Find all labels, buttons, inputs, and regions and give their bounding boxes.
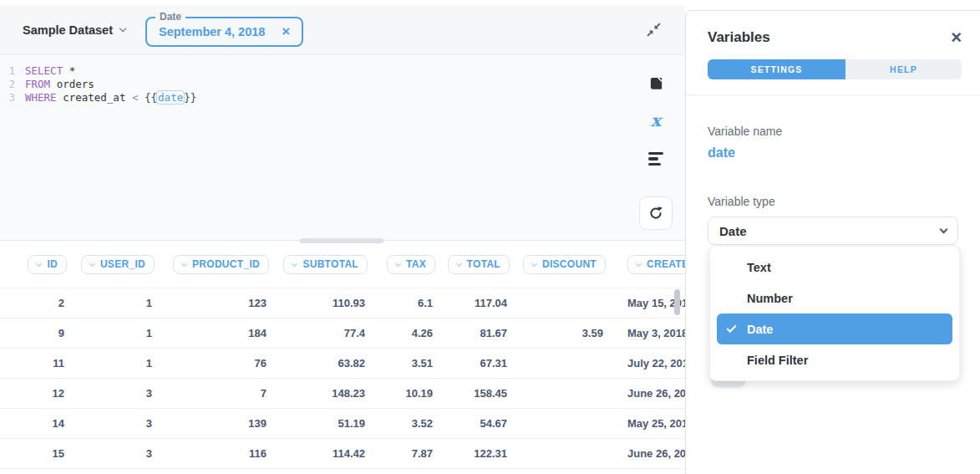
dataset-picker[interactable]: Sample Dataset [23,23,125,37]
table-cell [518,438,614,468]
table-cell: 3.52 [376,408,444,438]
menu-item-number[interactable]: Number [710,283,959,313]
column-header-tax[interactable]: TAX [387,255,435,274]
variables-sidebar: Variables × SETTINGS HELP Variable name … [685,10,980,474]
table-cell: 117.04 [444,288,518,318]
column-label: PRODUCT_ID [192,258,260,270]
table-cell: 51.19 [277,408,376,438]
book-icon [648,76,664,92]
table-cell: 184 [163,318,277,348]
table-cell [518,408,614,438]
column-header-id[interactable]: ID [28,255,67,274]
chevron-down-icon [531,261,537,267]
snippets-button[interactable] [639,142,673,176]
column-label: TAX [406,258,426,270]
table-cell: 110.93 [277,288,376,318]
table-cell: 6.1 [376,288,444,318]
table-cell: June 26, 2018 [614,438,685,468]
clear-date-icon[interactable]: × [282,24,290,38]
column-header-product_id[interactable]: PRODUCT_ID [173,255,269,274]
code-line: SELECT * [25,64,196,78]
table-cell: 9 [0,318,75,348]
column-header-discount[interactable]: DISCOUNT [523,255,606,274]
table-cell: 14 [0,408,75,438]
vertical-scrollbar[interactable] [674,289,680,315]
table-cell: 2 [0,288,75,318]
table-cell: 3 [75,408,163,438]
sql-editor[interactable]: 1 2 3 SELECT * FROM orders WHERE created… [0,56,685,241]
editor-topbar: Sample Dataset Date September 4, 2018 × [0,5,685,55]
tab-settings[interactable]: SETTINGS [708,59,845,79]
table-cell: May 3, 2018 [614,318,685,348]
data-reference-button[interactable] [639,67,673,100]
collapse-icon [646,22,662,38]
sidebar-body: Variable name date Variable type Date [686,125,980,245]
results-table: IDUSER_IDPRODUCT_IDSUBTOTALTAXTOTALDISCO… [0,242,685,469]
table-cell: 148.23 [277,378,376,408]
table-cell: 77.4 [277,318,376,348]
line-number: 3 [3,91,15,104]
table-row: 153116114.427.87122.31June 26, 2018 [0,438,685,468]
date-filter-widget[interactable]: Date September 4, 2018 × [145,17,303,47]
editor-resize-handle[interactable] [300,238,383,243]
table-cell: 12 [0,378,75,408]
close-icon[interactable]: × [951,28,962,47]
results-body: 21123110.936.1117.04May 15, 20189118477.… [0,288,685,468]
date-widget-value[interactable]: September 4, 2018 [159,25,265,38]
table-cell: 158.45 [444,378,518,408]
run-query-button[interactable] [639,196,673,230]
sql-code[interactable]: SELECT * FROM orders WHERE created_at < … [25,64,196,104]
collapse-editor-button[interactable] [646,22,663,38]
table-cell: 1 [75,348,163,378]
variable-type-label: Variable type [708,195,958,208]
column-header-user_id[interactable]: USER_ID [81,255,155,274]
table-cell: 7.87 [376,438,444,468]
variables-button[interactable]: x [639,104,673,137]
variable-type-select[interactable]: Date [708,217,958,245]
table-cell: 3 [75,378,163,408]
chevron-down-icon [89,261,95,267]
table-cell: 3.51 [376,348,444,378]
results-header-row: IDUSER_IDPRODUCT_IDSUBTOTALTAXTOTALDISCO… [0,242,685,288]
main-area: Sample Dataset Date September 4, 2018 × … [0,0,685,474]
chevron-down-icon [636,261,642,267]
editor-side-toolbar: x [635,56,685,241]
table-cell: 122.31 [444,438,518,468]
table-cell: 10.19 [376,378,444,408]
variable-type-value: Date [719,224,747,238]
variable-token: date [157,91,184,104]
table-cell: 3.59 [518,318,614,348]
chevron-down-icon [456,261,462,267]
table-cell [518,378,614,408]
column-header-total[interactable]: TOTAL [448,255,510,274]
chevron-down-icon [119,25,126,32]
table-row: 1237148.2310.19158.45June 26, 2018 [0,378,685,408]
column-header-created_at[interactable]: CREATED_AT [627,255,685,274]
menu-item-date[interactable]: Date [717,313,952,344]
sidebar-title: Variables [708,29,770,46]
column-header-subtotal[interactable]: SUBTOTAL [283,255,368,274]
table-cell: 11 [0,348,75,378]
table-cell [518,288,614,318]
table-row: 14313951.193.5254.67May 25, 2018 [0,408,685,438]
table-cell: 7 [163,378,277,408]
table-cell: 116 [163,438,277,468]
menu-item-text[interactable]: Text [710,252,959,283]
chevron-down-icon [36,261,42,267]
table-cell: June 26, 2018 [614,378,685,408]
column-label: TOTAL [467,258,500,270]
table-cell: 114.42 [277,438,376,468]
chevron-down-icon [940,226,948,234]
menu-item-field-filter[interactable]: Field Filter [710,344,959,375]
table-cell: 54.67 [444,408,518,438]
column-label: DISCOUNT [542,258,597,270]
table-cell: 67.31 [444,348,518,378]
column-label: SUBTOTAL [302,258,358,270]
line-numbers: 1 2 3 [3,64,15,104]
line-number: 1 [3,64,15,78]
tab-help[interactable]: HELP [845,59,962,79]
table-cell: 4.26 [376,318,444,348]
code-line: WHERE created_at < {{date}} [25,91,196,104]
code-line: FROM orders [25,78,196,91]
sidebar-tabs: SETTINGS HELP [708,59,962,79]
